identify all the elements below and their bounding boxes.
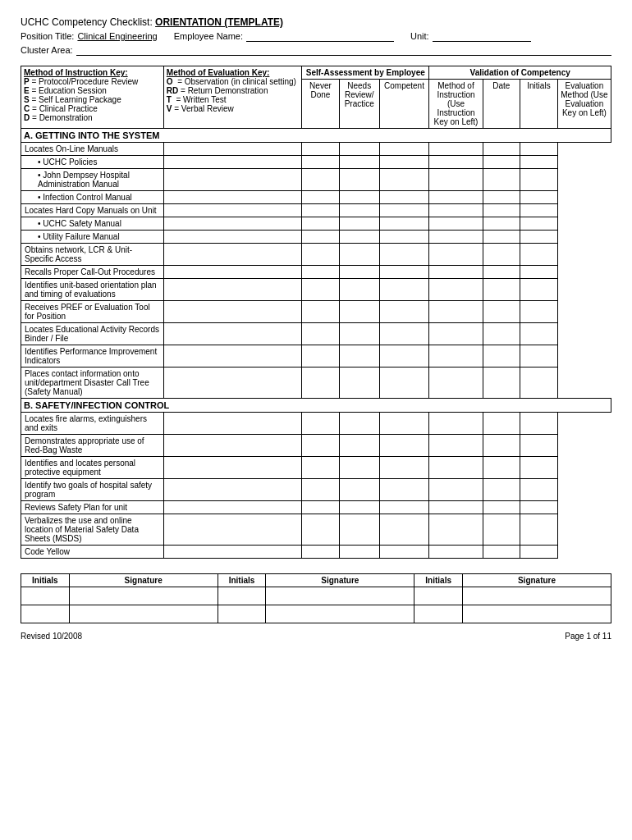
- instruction-key-cell: Method of Instruction Key: P = Protocol/…: [21, 66, 164, 129]
- data-cell-B-2-2: [339, 457, 379, 479]
- item-text-A-2: • John Dempsey Hospital Administration M…: [21, 169, 164, 191]
- data-cell-B-4-3: [379, 501, 429, 514]
- sig-cell-0-2: [218, 587, 266, 605]
- key-d: D = Demonstration: [24, 113, 161, 122]
- data-cell-A-12-0: [163, 345, 301, 368]
- data-cell-A-2-3: [379, 169, 429, 191]
- position-employee-line: Position Title: Clinical Engineering Emp…: [21, 31, 611, 42]
- data-cell-A-1-0: [163, 156, 301, 169]
- sig-cell-0-4: [414, 587, 463, 605]
- col-method-instruction: Method of Instruction (Use Instruction K…: [429, 80, 483, 129]
- needs-review-label: Needs Review/ Practice: [345, 81, 374, 108]
- data-cell-B-3-1: [302, 479, 340, 501]
- data-cell-A-2-2: [339, 169, 379, 191]
- data-cell-A-3-5: [483, 191, 520, 204]
- data-cell-A-7-5: [483, 244, 520, 266]
- employee-label: Employee Name:: [174, 31, 243, 41]
- data-cell-A-0-1: [302, 143, 340, 156]
- data-cell-A-13-6: [520, 368, 558, 399]
- data-cell-A-2-5: [483, 169, 520, 191]
- data-cell-A-12-2: [339, 345, 379, 368]
- data-cell-A-5-2: [339, 217, 379, 231]
- col-competent: Competent: [379, 80, 429, 129]
- sig-cell-0-1: [69, 587, 218, 605]
- data-cell-A-7-2: [339, 244, 379, 266]
- table-row: Demonstrates appropriate use of Red-Bag …: [21, 435, 611, 457]
- section-header-B: B. SAFETY/INFECTION CONTROL: [21, 399, 611, 413]
- data-cell-A-2-0: [163, 169, 301, 191]
- data-cell-A-13-4: [429, 368, 483, 399]
- data-cell-A-12-6: [520, 345, 558, 368]
- data-cell-B-0-3: [379, 413, 429, 435]
- item-text-B-5: Verbalizes the use and online location o…: [21, 514, 164, 546]
- data-cell-B-6-5: [483, 546, 520, 559]
- data-cell-A-1-4: [429, 156, 483, 169]
- key-e: E = Education Session: [24, 86, 161, 95]
- item-text-A-0: Locates On-Line Manuals: [21, 143, 164, 156]
- data-cell-A-1-6: [520, 156, 558, 169]
- col-date: Date: [483, 80, 520, 129]
- table-row: Identifies and locates personal protecti…: [21, 457, 611, 479]
- data-cell-A-12-1: [302, 345, 340, 368]
- key-s: S = Self Learning Package: [24, 95, 161, 104]
- col-initials: Initials: [520, 80, 558, 129]
- data-cell-B-1-3: [379, 435, 429, 457]
- data-cell-A-4-6: [520, 204, 558, 217]
- data-cell-B-5-2: [339, 514, 379, 546]
- evaluation-key-cell: Method of Evaluation Key: O = Observatio…: [163, 66, 301, 129]
- item-text-A-8: Recalls Proper Call-Out Procedures: [21, 266, 164, 279]
- data-cell-A-2-6: [520, 169, 558, 191]
- data-cell-A-10-1: [302, 301, 340, 323]
- data-cell-A-7-0: [163, 244, 301, 266]
- item-text-A-7: Obtains network, LCR & Unit-Specific Acc…: [21, 244, 164, 266]
- data-cell-B-6-3: [379, 546, 429, 559]
- table-row: Verbalizes the use and online location o…: [21, 514, 611, 546]
- data-cell-B-2-1: [302, 457, 340, 479]
- data-cell-A-4-0: [163, 204, 301, 217]
- data-cell-A-1-3: [379, 156, 429, 169]
- table-row: • John Dempsey Hospital Administration M…: [21, 169, 611, 191]
- data-cell-A-6-6: [520, 231, 558, 244]
- self-assessment-label: Self-Assessment by Employee: [306, 68, 425, 77]
- sig-col-sig2: Signature: [266, 574, 414, 587]
- data-cell-B-2-5: [483, 457, 520, 479]
- position-field: Position Title: Clinical Engineering: [21, 31, 158, 42]
- cluster-line: Cluster Area:: [21, 45, 611, 56]
- data-cell-A-9-4: [429, 279, 483, 301]
- data-cell-A-11-5: [483, 323, 520, 345]
- data-cell-A-13-3: [379, 368, 429, 399]
- sig-cell-0-0: [21, 587, 70, 605]
- item-text-A-1: • UCHC Policies: [21, 156, 164, 169]
- data-cell-A-8-1: [302, 266, 340, 279]
- item-text-A-4: Locates Hard Copy Manuals on Unit: [21, 204, 164, 217]
- data-cell-B-0-4: [429, 413, 483, 435]
- sig-col-initials3: Initials: [414, 574, 463, 587]
- data-cell-A-9-0: [163, 279, 301, 301]
- self-assessment-header: Self-Assessment by Employee: [302, 66, 429, 80]
- item-text-A-3: • Infection Control Manual: [21, 191, 164, 204]
- data-cell-B-3-6: [520, 479, 558, 501]
- never-done-label: Never Done: [309, 81, 332, 99]
- date-label: Date: [492, 81, 510, 90]
- data-cell-A-12-4: [429, 345, 483, 368]
- data-cell-B-6-2: [339, 546, 379, 559]
- unit-value: [433, 31, 531, 42]
- sig-col-initials1: Initials: [21, 574, 70, 587]
- data-cell-A-6-5: [483, 231, 520, 244]
- col-eval-method: Evaluation Method (Use Evaluation Key on…: [557, 80, 611, 129]
- table-row: Obtains network, LCR & Unit-Specific Acc…: [21, 244, 611, 266]
- data-cell-A-7-4: [429, 244, 483, 266]
- data-cell-A-4-2: [339, 204, 379, 217]
- data-cell-A-7-1: [302, 244, 340, 266]
- data-cell-A-11-4: [429, 323, 483, 345]
- table-row: Receives PREF or Evaluation Tool for Pos…: [21, 301, 611, 323]
- data-cell-B-3-4: [429, 479, 483, 501]
- data-cell-A-6-2: [339, 231, 379, 244]
- data-cell-B-0-0: [163, 413, 301, 435]
- sig-col-initials2: Initials: [218, 574, 266, 587]
- table-row: Identify two goals of hospital safety pr…: [21, 479, 611, 501]
- sig-cell-0-5: [463, 587, 611, 605]
- data-cell-A-3-6: [520, 191, 558, 204]
- key-p: P = Protocol/Procedure Review: [24, 77, 161, 86]
- data-cell-B-2-4: [429, 457, 483, 479]
